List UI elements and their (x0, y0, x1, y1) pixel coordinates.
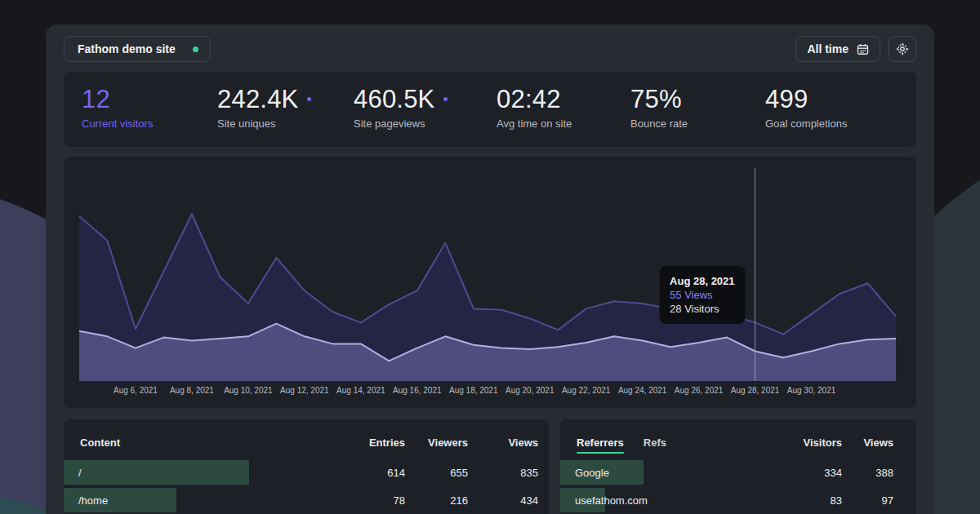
stat-label: Avg time on site (497, 117, 572, 130)
stat-label: Site pageviews (354, 117, 448, 130)
stat-avg-time[interactable]: 02:42 Avg time on site (497, 86, 572, 130)
stats-summary-card: 12 Current visitors 242.4K Site uniques … (64, 72, 916, 147)
row-views: 388 (842, 467, 893, 479)
row-visitors: 83 (785, 494, 842, 507)
traffic-chart-card: Aug 6, 2021Aug 8, 2021Aug 10, 2021Aug 12… (64, 157, 916, 408)
stat-current-visitors[interactable]: 12 Current visitors (82, 86, 153, 130)
row-entries: 614 (340, 467, 405, 479)
x-axis-label: Aug 10, 2021 (224, 386, 273, 395)
table-row[interactable]: / 614 655 835 (64, 460, 549, 485)
metric-dot-icon (443, 97, 448, 101)
header: Fathom demo site All time (64, 36, 916, 62)
x-axis-labels: Aug 6, 2021Aug 8, 2021Aug 10, 2021Aug 12… (64, 386, 916, 397)
stat-value: 75% (630, 86, 688, 113)
row-label: /home (78, 494, 108, 507)
live-status-icon (193, 47, 198, 52)
x-axis-label: Aug 12, 2021 (280, 386, 329, 395)
x-axis-label: Aug 20, 2021 (506, 386, 555, 395)
x-axis-label: Aug 24, 2021 (618, 386, 667, 395)
stat-label: Goal completions (765, 117, 847, 130)
calendar-icon (857, 43, 869, 55)
row-label: / (78, 467, 82, 479)
tab-refs[interactable]: Refs (644, 436, 666, 454)
x-axis-label: Aug 18, 2021 (449, 386, 498, 395)
stat-label: Current visitors (82, 117, 153, 130)
column-header-views[interactable]: Views (468, 436, 538, 449)
row-label: usefathom.com (575, 494, 648, 507)
table-row[interactable]: /home 78 216 434 (64, 488, 549, 512)
stat-value: 12 (82, 86, 153, 113)
x-axis-label: Aug 22, 2021 (562, 386, 611, 395)
tooltip-visitors: 28 Visitors (670, 302, 735, 316)
date-range-button[interactable]: All time (795, 36, 880, 62)
settings-button[interactable] (889, 36, 916, 62)
row-visitors: 334 (785, 467, 842, 479)
x-axis-label: Aug 16, 2021 (393, 386, 442, 395)
row-views: 97 (842, 494, 893, 507)
stat-value: 242.4K (217, 85, 298, 113)
content-table-header: Content Entries Viewers Views (64, 432, 549, 452)
site-selector-button[interactable]: Fathom demo site (64, 36, 211, 62)
x-axis-label: Aug 26, 2021 (675, 386, 724, 395)
stat-goal-completions[interactable]: 499 Goal completions (765, 86, 847, 130)
column-header-visitors[interactable]: Visitors (785, 436, 842, 449)
chart-plot-area[interactable] (79, 163, 896, 381)
tab-referrers[interactable]: Referrers (577, 436, 624, 454)
tooltip-views: 55 Views (670, 288, 735, 302)
row-label: Google (575, 467, 609, 479)
metric-dot-icon (307, 97, 311, 101)
x-axis-label: Aug 14, 2021 (336, 386, 385, 395)
stat-site-uniques[interactable]: 242.4K Site uniques (217, 86, 311, 130)
row-viewers: 655 (405, 467, 468, 479)
gear-icon (896, 42, 909, 55)
referrers-table-header: Referrers Refs Visitors Views (560, 432, 916, 452)
site-name: Fathom demo site (78, 42, 176, 55)
row-views: 434 (468, 494, 538, 507)
row-viewers: 216 (405, 494, 468, 507)
referrers-table-card: Referrers Refs Visitors Views Google 334… (560, 419, 916, 514)
column-header-views[interactable]: Views (842, 436, 893, 449)
x-axis-label: Aug 8, 2021 (170, 386, 214, 395)
content-table-title[interactable]: Content (80, 436, 120, 449)
row-bar (64, 460, 249, 485)
x-axis-label: Aug 6, 2021 (114, 386, 158, 395)
tooltip-date: Aug 28, 2021 (670, 274, 735, 288)
stat-value: 460.5K (354, 85, 434, 113)
x-axis-label: Aug 28, 2021 (731, 386, 780, 395)
stat-label: Bounce rate (630, 117, 688, 130)
stat-value: 02:42 (497, 86, 572, 113)
row-views: 835 (468, 467, 538, 479)
stat-bounce-rate[interactable]: 75% Bounce rate (630, 86, 688, 130)
date-range-label: All time (807, 42, 849, 55)
stat-label: Site uniques (217, 117, 311, 130)
column-header-viewers[interactable]: Viewers (405, 436, 468, 449)
table-row[interactable]: usefathom.com 83 97 (560, 488, 916, 512)
x-axis-label: Aug 30, 2021 (787, 386, 836, 395)
stat-site-pageviews[interactable]: 460.5K Site pageviews (354, 86, 448, 130)
table-row[interactable]: Google 334 388 (560, 460, 916, 485)
row-entries: 78 (340, 494, 405, 507)
dashboard-card: Fathom demo site All time (46, 24, 934, 514)
content-table-card: Content Entries Viewers Views / 614 655 … (64, 419, 549, 514)
chart-tooltip: Aug 28, 2021 55 Views 28 Visitors (659, 266, 746, 324)
column-header-entries[interactable]: Entries (340, 436, 405, 449)
stat-value: 499 (765, 86, 847, 113)
